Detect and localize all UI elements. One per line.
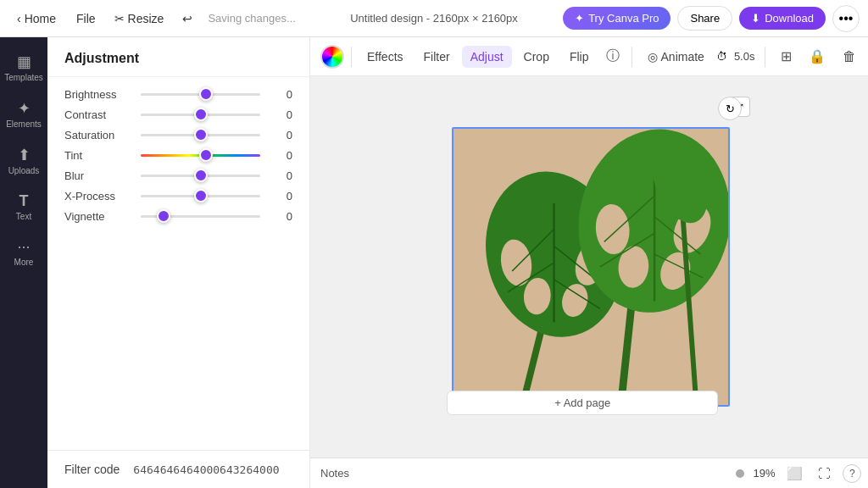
bottom-right: 19% ⬜ ⛶ ? xyxy=(736,464,861,483)
design-title: Untitled design - 2160px × 2160px xyxy=(350,12,518,25)
filter-code-value: 646464646400064326400​0 xyxy=(133,463,279,476)
sidebar-item-label: Uploads xyxy=(8,166,40,175)
uploads-icon: ⬆ xyxy=(18,146,31,164)
blur-slider-wrap xyxy=(141,167,260,184)
sidebar-item-elements[interactable]: ✦ Elements xyxy=(3,92,44,136)
page-view-button[interactable]: ⬜ xyxy=(783,464,806,483)
undo-button[interactable]: ↩ xyxy=(175,8,199,29)
sidebar-item-text[interactable]: T Text xyxy=(3,186,44,228)
sidebar-item-templates[interactable]: ▦ Templates xyxy=(3,46,44,89)
more-options-button[interactable]: ••• xyxy=(832,5,860,32)
clock-icon: ⏱ xyxy=(716,50,727,63)
filter-code-label: Filter code xyxy=(64,463,120,476)
canvas-section: ⧉ ⤢ ↻ xyxy=(310,76,868,458)
saturation-slider-wrap xyxy=(141,126,260,143)
vignette-slider[interactable] xyxy=(141,215,260,218)
download-button[interactable]: ⬇ Download xyxy=(739,7,826,30)
filter-button[interactable]: Filter xyxy=(415,46,459,68)
fullscreen-button[interactable]: ⛶ xyxy=(815,464,834,482)
contrast-slider-wrap xyxy=(141,106,260,123)
canvas-inner: ⧉ ⤢ ↻ xyxy=(452,127,730,407)
effects-button[interactable]: Effects xyxy=(359,46,412,68)
contrast-label: Contrast xyxy=(64,108,141,121)
divider-1 xyxy=(351,47,352,67)
zoom-level: 19% xyxy=(753,467,775,480)
try-canva-pro-button[interactable]: ✦ Try Canva Pro xyxy=(563,7,670,30)
xprocess-label: X-Process xyxy=(64,190,141,202)
canvas-image-frame[interactable] xyxy=(452,127,730,407)
sidebar-item-label: More xyxy=(14,258,34,267)
text-icon: T xyxy=(19,192,29,210)
animate-icon: ◎ xyxy=(648,50,658,64)
brightness-value: 0 xyxy=(267,88,292,101)
blur-value: 0 xyxy=(267,169,292,182)
blur-label: Blur xyxy=(64,169,141,182)
adjustment-controls: Brightness 0 Contrast 0 Saturation xyxy=(47,77,309,450)
adjust-button[interactable]: Adjust xyxy=(462,46,512,68)
vignette-value: 0 xyxy=(267,210,292,223)
tint-value: 0 xyxy=(267,149,292,162)
filter-code-bar: Filter code 646464646400064326400​0 xyxy=(47,450,309,488)
sidebar-item-label: Elements xyxy=(6,119,42,129)
resize-icon: ✂ xyxy=(114,12,125,25)
topbar: ‹ Home File ✂ Resize ↩ Saving changes...… xyxy=(0,0,868,37)
tint-row: Tint 0 xyxy=(64,147,292,164)
page-indicator-dot xyxy=(736,469,744,478)
brightness-label: Brightness xyxy=(64,88,141,101)
tint-slider[interactable] xyxy=(141,154,260,157)
xprocess-value: 0 xyxy=(267,190,292,202)
topbar-right: ✦ Try Canva Pro Share ⬇ Download ••• xyxy=(563,5,860,32)
elements-icon: ✦ xyxy=(18,99,31,118)
chevron-left-icon: ‹ xyxy=(17,12,21,25)
bottom-bar: Notes 19% ⬜ ⛶ ? xyxy=(310,458,868,488)
toolbar-right: ⏱ 5.0s ⊞ 🔒 🗑 xyxy=(716,45,862,68)
contrast-value: 0 xyxy=(267,108,292,121)
resize-button[interactable]: ✂ Resize xyxy=(108,8,171,29)
main-content: ▦ Templates ✦ Elements ⬆ Uploads T Text … xyxy=(0,37,868,488)
templates-icon: ▦ xyxy=(17,53,31,71)
sidebar: ▦ Templates ✦ Elements ⬆ Uploads T Text … xyxy=(0,37,47,488)
canvas-scroll-area[interactable]: ⧉ ⤢ ↻ xyxy=(310,76,868,458)
delete-button[interactable]: 🗑 xyxy=(837,46,861,68)
brightness-row: Brightness 0 xyxy=(64,86,292,103)
tint-slider-wrap xyxy=(141,147,260,164)
notes-label: Notes xyxy=(320,467,349,480)
brightness-slider[interactable] xyxy=(141,93,260,96)
divider-2 xyxy=(632,47,632,67)
xprocess-row: X-Process 0 xyxy=(64,187,292,204)
download-icon: ⬇ xyxy=(751,12,760,25)
share-button[interactable]: Share xyxy=(677,6,732,30)
sidebar-item-uploads[interactable]: ⬆ Uploads xyxy=(3,139,44,182)
adjustment-panel: Adjustment Brightness 0 Contrast 0 Sat xyxy=(47,37,310,488)
help-button[interactable]: ? xyxy=(843,464,861,483)
file-button[interactable]: File xyxy=(70,8,103,29)
info-button[interactable]: ⓘ xyxy=(601,44,625,69)
sidebar-item-label: Templates xyxy=(4,73,43,82)
xprocess-slider-wrap xyxy=(141,187,260,204)
home-button[interactable]: ‹ Home xyxy=(8,8,64,29)
grid-button[interactable]: ⊞ xyxy=(776,45,797,68)
more-icon: ··· xyxy=(17,238,30,256)
brightness-slider-wrap xyxy=(141,86,260,103)
vignette-label: Vignette xyxy=(64,210,141,223)
divider-3 xyxy=(765,47,765,67)
blur-slider[interactable] xyxy=(141,175,260,177)
duration-display: 5.0s xyxy=(734,50,755,63)
vignette-slider-wrap xyxy=(141,208,260,225)
animate-button[interactable]: ◎ Animate xyxy=(639,46,713,68)
sidebar-item-label: Text xyxy=(16,212,31,221)
add-page-button[interactable]: + Add page xyxy=(447,391,718,415)
sidebar-item-more[interactable]: ··· More xyxy=(3,231,44,274)
home-label: Home xyxy=(25,12,56,25)
color-picker-button[interactable] xyxy=(320,45,344,69)
saturation-value: 0 xyxy=(267,129,292,141)
lock-button[interactable]: 🔒 xyxy=(804,45,831,68)
crop-button[interactable]: Crop xyxy=(515,46,558,68)
saturation-label: Saturation xyxy=(64,129,141,141)
saturation-slider[interactable] xyxy=(141,134,260,136)
flip-button[interactable]: Flip xyxy=(561,46,598,68)
tint-label: Tint xyxy=(64,149,141,162)
contrast-slider[interactable] xyxy=(141,114,260,116)
xprocess-slider[interactable] xyxy=(141,195,260,197)
add-page-section: + Add page xyxy=(447,391,735,415)
